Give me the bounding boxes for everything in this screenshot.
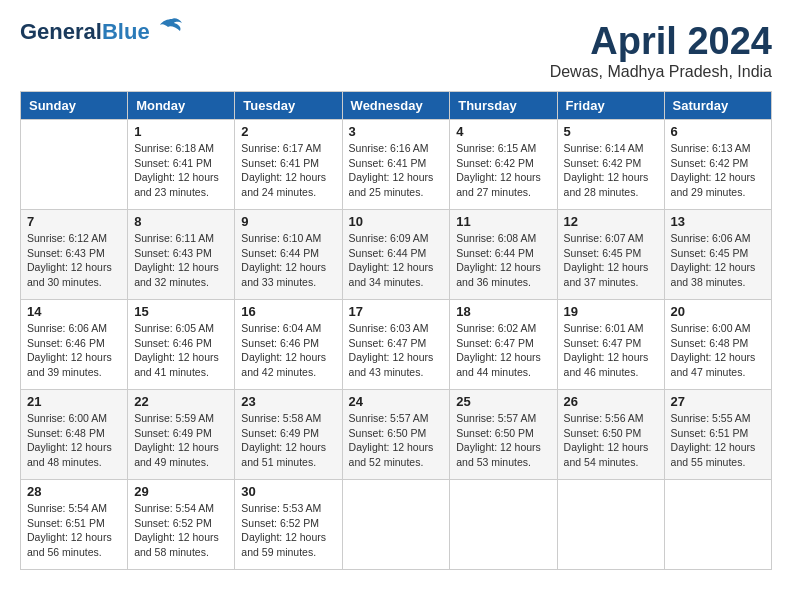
day-info: Sunrise: 5:54 AMSunset: 6:51 PMDaylight:…	[27, 501, 121, 560]
day-info: Sunrise: 5:53 AMSunset: 6:52 PMDaylight:…	[241, 501, 335, 560]
calendar-cell: 2Sunrise: 6:17 AMSunset: 6:41 PMDaylight…	[235, 120, 342, 210]
day-info: Sunrise: 5:56 AMSunset: 6:50 PMDaylight:…	[564, 411, 658, 470]
day-number: 16	[241, 304, 335, 319]
day-number: 1	[134, 124, 228, 139]
day-info: Sunrise: 6:03 AMSunset: 6:47 PMDaylight:…	[349, 321, 444, 380]
day-info: Sunrise: 6:05 AMSunset: 6:46 PMDaylight:…	[134, 321, 228, 380]
day-number: 19	[564, 304, 658, 319]
week-row-5: 28Sunrise: 5:54 AMSunset: 6:51 PMDayligh…	[21, 480, 772, 570]
calendar-cell: 29Sunrise: 5:54 AMSunset: 6:52 PMDayligh…	[128, 480, 235, 570]
calendar-cell: 17Sunrise: 6:03 AMSunset: 6:47 PMDayligh…	[342, 300, 450, 390]
day-number: 23	[241, 394, 335, 409]
day-number: 21	[27, 394, 121, 409]
day-info: Sunrise: 6:10 AMSunset: 6:44 PMDaylight:…	[241, 231, 335, 290]
header: GeneralBlue April 2024 Dewas, Madhya Pra…	[20, 20, 772, 81]
week-row-1: 1Sunrise: 6:18 AMSunset: 6:41 PMDaylight…	[21, 120, 772, 210]
calendar-cell: 25Sunrise: 5:57 AMSunset: 6:50 PMDayligh…	[450, 390, 557, 480]
day-number: 13	[671, 214, 765, 229]
day-info: Sunrise: 6:07 AMSunset: 6:45 PMDaylight:…	[564, 231, 658, 290]
day-number: 26	[564, 394, 658, 409]
calendar-cell: 15Sunrise: 6:05 AMSunset: 6:46 PMDayligh…	[128, 300, 235, 390]
day-number: 5	[564, 124, 658, 139]
day-number: 25	[456, 394, 550, 409]
calendar-cell: 19Sunrise: 6:01 AMSunset: 6:47 PMDayligh…	[557, 300, 664, 390]
day-info: Sunrise: 5:59 AMSunset: 6:49 PMDaylight:…	[134, 411, 228, 470]
day-info: Sunrise: 5:58 AMSunset: 6:49 PMDaylight:…	[241, 411, 335, 470]
day-info: Sunrise: 6:00 AMSunset: 6:48 PMDaylight:…	[27, 411, 121, 470]
day-number: 14	[27, 304, 121, 319]
col-header-saturday: Saturday	[664, 92, 771, 120]
day-number: 7	[27, 214, 121, 229]
calendar-cell: 1Sunrise: 6:18 AMSunset: 6:41 PMDaylight…	[128, 120, 235, 210]
calendar-cell: 24Sunrise: 5:57 AMSunset: 6:50 PMDayligh…	[342, 390, 450, 480]
calendar-cell: 21Sunrise: 6:00 AMSunset: 6:48 PMDayligh…	[21, 390, 128, 480]
col-header-wednesday: Wednesday	[342, 92, 450, 120]
day-number: 30	[241, 484, 335, 499]
day-info: Sunrise: 6:15 AMSunset: 6:42 PMDaylight:…	[456, 141, 550, 200]
day-number: 18	[456, 304, 550, 319]
day-number: 2	[241, 124, 335, 139]
calendar-cell: 4Sunrise: 6:15 AMSunset: 6:42 PMDaylight…	[450, 120, 557, 210]
col-header-tuesday: Tuesday	[235, 92, 342, 120]
day-info: Sunrise: 6:00 AMSunset: 6:48 PMDaylight:…	[671, 321, 765, 380]
calendar-cell: 23Sunrise: 5:58 AMSunset: 6:49 PMDayligh…	[235, 390, 342, 480]
day-info: Sunrise: 6:04 AMSunset: 6:46 PMDaylight:…	[241, 321, 335, 380]
day-info: Sunrise: 5:57 AMSunset: 6:50 PMDaylight:…	[456, 411, 550, 470]
day-number: 4	[456, 124, 550, 139]
calendar-cell	[342, 480, 450, 570]
day-info: Sunrise: 6:17 AMSunset: 6:41 PMDaylight:…	[241, 141, 335, 200]
day-info: Sunrise: 6:18 AMSunset: 6:41 PMDaylight:…	[134, 141, 228, 200]
day-number: 29	[134, 484, 228, 499]
day-number: 28	[27, 484, 121, 499]
calendar-cell: 12Sunrise: 6:07 AMSunset: 6:45 PMDayligh…	[557, 210, 664, 300]
calendar-cell	[21, 120, 128, 210]
calendar-cell: 10Sunrise: 6:09 AMSunset: 6:44 PMDayligh…	[342, 210, 450, 300]
day-number: 24	[349, 394, 444, 409]
day-number: 10	[349, 214, 444, 229]
day-info: Sunrise: 6:06 AMSunset: 6:46 PMDaylight:…	[27, 321, 121, 380]
calendar-cell: 30Sunrise: 5:53 AMSunset: 6:52 PMDayligh…	[235, 480, 342, 570]
day-number: 22	[134, 394, 228, 409]
title-section: April 2024 Dewas, Madhya Pradesh, India	[550, 20, 772, 81]
calendar-header-row: SundayMondayTuesdayWednesdayThursdayFrid…	[21, 92, 772, 120]
calendar-cell	[450, 480, 557, 570]
calendar-cell: 13Sunrise: 6:06 AMSunset: 6:45 PMDayligh…	[664, 210, 771, 300]
day-info: Sunrise: 6:14 AMSunset: 6:42 PMDaylight:…	[564, 141, 658, 200]
calendar-table: SundayMondayTuesdayWednesdayThursdayFrid…	[20, 91, 772, 570]
calendar-cell: 16Sunrise: 6:04 AMSunset: 6:46 PMDayligh…	[235, 300, 342, 390]
calendar-cell: 11Sunrise: 6:08 AMSunset: 6:44 PMDayligh…	[450, 210, 557, 300]
calendar-cell: 22Sunrise: 5:59 AMSunset: 6:49 PMDayligh…	[128, 390, 235, 480]
day-info: Sunrise: 6:02 AMSunset: 6:47 PMDaylight:…	[456, 321, 550, 380]
calendar-cell: 8Sunrise: 6:11 AMSunset: 6:43 PMDaylight…	[128, 210, 235, 300]
day-number: 11	[456, 214, 550, 229]
day-number: 17	[349, 304, 444, 319]
day-info: Sunrise: 6:12 AMSunset: 6:43 PMDaylight:…	[27, 231, 121, 290]
calendar-cell: 14Sunrise: 6:06 AMSunset: 6:46 PMDayligh…	[21, 300, 128, 390]
month-title: April 2024	[550, 20, 772, 63]
day-number: 27	[671, 394, 765, 409]
day-info: Sunrise: 6:16 AMSunset: 6:41 PMDaylight:…	[349, 141, 444, 200]
calendar-cell: 27Sunrise: 5:55 AMSunset: 6:51 PMDayligh…	[664, 390, 771, 480]
calendar-cell: 7Sunrise: 6:12 AMSunset: 6:43 PMDaylight…	[21, 210, 128, 300]
day-info: Sunrise: 5:57 AMSunset: 6:50 PMDaylight:…	[349, 411, 444, 470]
week-row-3: 14Sunrise: 6:06 AMSunset: 6:46 PMDayligh…	[21, 300, 772, 390]
day-info: Sunrise: 6:01 AMSunset: 6:47 PMDaylight:…	[564, 321, 658, 380]
calendar-cell: 26Sunrise: 5:56 AMSunset: 6:50 PMDayligh…	[557, 390, 664, 480]
day-info: Sunrise: 6:13 AMSunset: 6:42 PMDaylight:…	[671, 141, 765, 200]
week-row-4: 21Sunrise: 6:00 AMSunset: 6:48 PMDayligh…	[21, 390, 772, 480]
col-header-monday: Monday	[128, 92, 235, 120]
week-row-2: 7Sunrise: 6:12 AMSunset: 6:43 PMDaylight…	[21, 210, 772, 300]
day-number: 3	[349, 124, 444, 139]
day-number: 8	[134, 214, 228, 229]
calendar-cell: 28Sunrise: 5:54 AMSunset: 6:51 PMDayligh…	[21, 480, 128, 570]
col-header-sunday: Sunday	[21, 92, 128, 120]
col-header-friday: Friday	[557, 92, 664, 120]
calendar-cell: 6Sunrise: 6:13 AMSunset: 6:42 PMDaylight…	[664, 120, 771, 210]
day-number: 20	[671, 304, 765, 319]
day-info: Sunrise: 6:08 AMSunset: 6:44 PMDaylight:…	[456, 231, 550, 290]
day-number: 6	[671, 124, 765, 139]
calendar-cell: 18Sunrise: 6:02 AMSunset: 6:47 PMDayligh…	[450, 300, 557, 390]
calendar-cell: 9Sunrise: 6:10 AMSunset: 6:44 PMDaylight…	[235, 210, 342, 300]
calendar-cell: 5Sunrise: 6:14 AMSunset: 6:42 PMDaylight…	[557, 120, 664, 210]
calendar-cell: 3Sunrise: 6:16 AMSunset: 6:41 PMDaylight…	[342, 120, 450, 210]
